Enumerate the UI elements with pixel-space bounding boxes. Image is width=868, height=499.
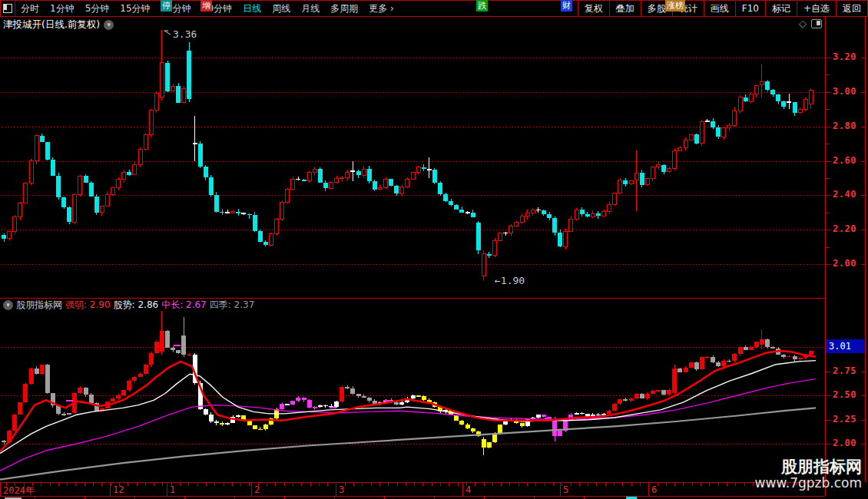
- time-axis-month-label: 4: [465, 484, 471, 495]
- frame-lines: [0, 17, 866, 499]
- indicator-name: 股朋指标网: [16, 299, 62, 312]
- indicator-y-axis-label: 2.50: [833, 389, 856, 400]
- time-axis-year-label: 2024年: [3, 484, 35, 497]
- time-axis-month-label: 1: [170, 484, 175, 495]
- time-axis-month-label: 12: [113, 484, 124, 495]
- price-annotations: 3.36←1.90: [164, 28, 525, 286]
- watermark-site-name: 股朋指标网: [755, 458, 862, 476]
- main-y-axis-label: 2.20: [833, 223, 856, 234]
- indicator-field-0: 强弱: 2.90: [65, 299, 111, 312]
- main-y-axis-label: 3.20: [833, 51, 856, 62]
- svg-text:←1.90: ←1.90: [495, 275, 525, 286]
- watermark-url: www.7gpzb.com: [755, 476, 862, 491]
- indicator-field-3: 四季: 2.37: [210, 299, 255, 312]
- main-y-axis-label: 2.00: [833, 258, 856, 269]
- time-axis-month-label: 3: [339, 484, 344, 495]
- indicator-candles: [2, 311, 813, 455]
- event-marker-1[interactable]: 增: [200, 0, 212, 12]
- last-price-badge: 3.01: [826, 339, 865, 353]
- candlestick-chart-canvas[interactable]: 3.36←1.90: [0, 0, 868, 499]
- watermark: 股朋指标网 www.7gpzb.com: [755, 458, 862, 491]
- main-candles: [2, 30, 813, 281]
- event-marker-0[interactable]: 停: [161, 0, 172, 12]
- event-marker-3[interactable]: 财: [561, 0, 572, 12]
- main-y-axis-label: 2.60: [833, 155, 856, 166]
- main-y-axis-label: 3.00: [833, 86, 856, 97]
- main-grid: [2, 58, 824, 444]
- event-marker-2[interactable]: 跌: [476, 0, 488, 12]
- event-marker-4[interactable]: 涨榜: [665, 0, 685, 12]
- indicator-field-1: 股势: 2.86: [114, 299, 159, 312]
- indicator-collapse-icon[interactable]: ▾: [3, 300, 13, 310]
- trading-app-window: 分时1分钟5分钟15分钟30分钟60分钟日线周线月线多周期更多 › 复权叠加多股…: [0, 0, 868, 499]
- indicator-header: ▾ 股朋指标网 强弱: 2.90股势: 2.86中长: 2.67四季: 2.37: [3, 299, 254, 310]
- indicator-y-axis-label: 2.25: [833, 414, 856, 425]
- time-axis-month-label: 2: [254, 484, 260, 495]
- indicator-y-axis-label: 2.00: [833, 438, 856, 448]
- svg-text:3.36: 3.36: [173, 28, 197, 40]
- main-y-axis-label: 2.80: [833, 121, 856, 131]
- time-axis-month-label: 6: [651, 484, 657, 495]
- main-y-axis-label: 2.40: [833, 189, 856, 200]
- indicator-y-axis-label: 2.75: [833, 365, 856, 376]
- indicator-field-2: 中长: 2.67: [161, 299, 207, 312]
- indicator-lines: [0, 351, 816, 480]
- time-axis-month-label: 5: [563, 484, 568, 495]
